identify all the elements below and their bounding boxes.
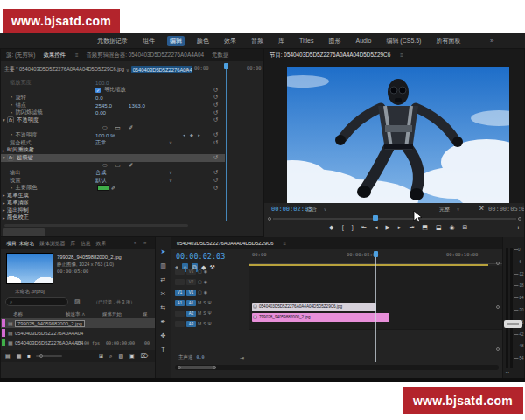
column-header[interactable]: 媒 (143, 312, 148, 318)
column-header[interactable]: 媒体开始 (102, 312, 122, 318)
chevron-right-icon[interactable]: ▸ (1, 192, 7, 198)
microphone-icon[interactable]: Ψ (208, 311, 212, 316)
workspace-item-所有面板[interactable]: 所有面板 (433, 36, 463, 46)
list-view-icon[interactable]: ▤ (5, 352, 10, 360)
zoom-level-select[interactable]: 适合 ∨ (306, 206, 326, 214)
project-item-row[interactable]: ▤0540403D5D5Z2276A0A4A04 (1, 328, 155, 338)
lock-icon[interactable]: ▢ (198, 290, 202, 295)
solo-button[interactable]: S (203, 300, 206, 305)
ec-tab-inactive[interactable]: 源: (无剪辑) (6, 52, 35, 60)
panel-menu-icon[interactable]: ≡ (400, 52, 403, 58)
playback-quality-select[interactable]: 完整 ∨ (439, 206, 459, 214)
program-scrubber[interactable] (273, 218, 516, 220)
sequence-tab[interactable]: 0540403D5D5Z2276A0A4A04D5D5Z29C6 (177, 241, 274, 246)
new-item-icon[interactable]: ▣ (130, 352, 135, 360)
master-track-label[interactable]: 主声道 (178, 354, 193, 360)
project-tab-active[interactable]: 项目: 未命名 (6, 240, 34, 248)
chevron-right-icon[interactable]: ▸ (1, 148, 7, 153)
panel-menu-icon[interactable]: ≡ (75, 52, 79, 58)
key-color-swatch[interactable] (97, 185, 109, 191)
track-target-A1[interactable]: A1 (186, 300, 196, 306)
ec-section-label[interactable]: 颜色校正 (7, 214, 29, 221)
project-tab-inactive[interactable]: 效果 (96, 240, 107, 248)
quality-value[interactable]: 完整 (439, 206, 450, 212)
project-item-row[interactable]: ▤799028_94059882000_2.jpg (1, 318, 155, 328)
timeline-timecode[interactable]: 00:00:02:03 (176, 252, 225, 261)
comparison-view-icon[interactable]: ⊞ (463, 223, 468, 232)
export-frame-icon[interactable]: ◉ (450, 223, 455, 232)
pen-tool[interactable]: ✒ (161, 318, 166, 326)
toggle-animation-icon[interactable]: ◔ (10, 102, 13, 108)
timeline-hscrollbar-thumb[interactable] (178, 366, 216, 369)
reset-icon[interactable]: ↺ (214, 87, 218, 94)
scrubber-right-handle[interactable] (518, 217, 522, 220)
eye-icon[interactable]: ◉ (204, 279, 207, 284)
ec-section-label[interactable]: 超级键 (17, 154, 33, 162)
track-target-V3[interactable]: V3 (186, 269, 196, 275)
reset-icon[interactable]: ↺ (214, 109, 218, 116)
clear-icon[interactable]: ⌦ (141, 352, 148, 360)
toggle-animation-icon[interactable]: ◔ (10, 110, 13, 116)
ec-playhead[interactable] (224, 63, 228, 69)
master-clip-label[interactable]: 主要 * 0540403D5D5Z2276A0A4A04D5D5Z29C6.jp… (4, 66, 124, 74)
workspace-overflow-icon[interactable]: » (490, 37, 494, 45)
chevron-right-icon[interactable]: ▸ (1, 207, 7, 213)
workspace-item-库[interactable]: 库 (276, 36, 287, 46)
rect-mask-icon[interactable]: ▭ (116, 124, 121, 131)
go-to-in-icon[interactable]: ⇤ (361, 223, 367, 232)
go-to-out-icon[interactable]: ⇥ (409, 223, 414, 232)
ec-playhead-line[interactable] (226, 69, 227, 220)
column-header[interactable]: 帧速率 ∧ (66, 312, 86, 318)
step-back-icon[interactable]: ◂ (374, 223, 378, 232)
bin-folder-icon[interactable]: ▨ (74, 298, 80, 305)
vscroll-dot[interactable] (496, 347, 500, 351)
ec-prop-value[interactable]: 2545.0 (95, 102, 112, 108)
track-target-A3[interactable]: A3 (186, 321, 196, 327)
program-scrubber-playhead[interactable] (373, 215, 378, 220)
solo-button[interactable]: S (203, 321, 206, 326)
settings-wrench-icon[interactable]: ⚒ (479, 205, 484, 212)
hscroll-left-dot[interactable] (178, 366, 181, 369)
fx-badge-icon[interactable]: fx (7, 154, 14, 161)
keyframe-nav-icons[interactable]: ◂ ◆ ▸ (183, 132, 202, 137)
chevron-right-icon[interactable]: ▸ (1, 200, 7, 206)
eye-icon[interactable]: ◉ (204, 269, 207, 274)
toggle-animation-icon[interactable]: ◔ (10, 186, 13, 191)
reset-icon[interactable]: ↺ (214, 116, 218, 123)
pen-mask-icon[interactable]: ✐ (129, 124, 133, 131)
project-item-name[interactable]: 0540403D5D5Z2276A0A4A04 (15, 340, 83, 346)
rect-mask-icon[interactable]: ▭ (116, 162, 121, 169)
project-tab-inactive[interactable]: 媒体浏览器 (39, 240, 65, 248)
type-tool[interactable]: T (161, 346, 164, 354)
source-patch-V1[interactable]: V1 (175, 290, 185, 296)
microphone-icon[interactable]: Ψ (208, 300, 212, 305)
sort-icon[interactable]: ■ (27, 352, 31, 360)
project-tab-inactive[interactable]: 库 (70, 240, 75, 248)
workspace-item-音频[interactable]: 音频 (248, 36, 266, 46)
reset-icon[interactable]: ↺ (214, 139, 218, 146)
workspace-item-Audio[interactable]: Audio (353, 37, 374, 45)
ellipse-mask-icon[interactable]: ⬭ (102, 162, 108, 169)
chevron-right-icon[interactable]: ▸ (1, 215, 7, 220)
mute-button[interactable]: M (198, 300, 201, 305)
workspace-item-编辑 (CS5.5)[interactable]: 编辑 (CS5.5) (383, 36, 424, 46)
toggle-animation-icon[interactable]: ◔ (10, 94, 13, 100)
tab-nav-left-icon[interactable]: « (134, 240, 136, 245)
mark-in-icon[interactable]: { (341, 223, 343, 232)
workspace-item-效果[interactable]: 效果 (221, 36, 239, 46)
extract-icon[interactable]: ⬓ (436, 223, 442, 232)
reset-icon[interactable]: ↺ (214, 185, 218, 192)
ec-prop-value[interactable]: 正常 (95, 139, 106, 147)
ec-prop-value[interactable]: 100.0 % (95, 132, 116, 138)
program-tab[interactable]: 节目: 0540403D5D5Z2276A0A4A04D5D5Z29C6 (270, 52, 390, 60)
end-marker-icon[interactable]: ⇥ (240, 354, 244, 360)
vscroll-dot[interactable] (496, 305, 500, 309)
search-input[interactable]: ⌕ (5, 298, 68, 306)
clip-path-caret[interactable]: ∨ (126, 67, 130, 73)
workspace-item-元数据记录[interactable]: 元数据记录 (94, 36, 130, 46)
track-target-V1[interactable]: V1 (186, 290, 196, 296)
track-target-V2[interactable]: V2 (186, 279, 196, 285)
program-video-frame[interactable] (287, 67, 509, 203)
ec-prop-value[interactable]: 默认 (95, 177, 106, 185)
project-item-name[interactable]: 799028_94059882000_2.jpg (15, 320, 85, 327)
